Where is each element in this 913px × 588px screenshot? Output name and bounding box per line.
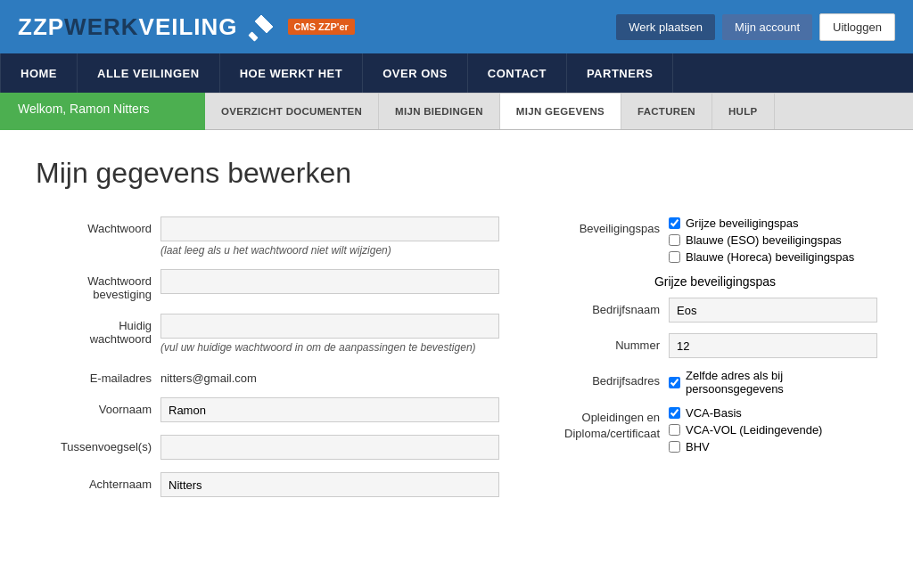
logo-gavel-icon: [245, 11, 277, 43]
grijze-checkbox-item: Grijze beveiligingspas: [669, 216, 877, 230]
vca-vol-checkbox[interactable]: [669, 424, 680, 436]
blauwe-horeca-label: Blauwe (Horeca) beveiligingspas: [686, 250, 854, 264]
tussenvoegsel-row: Tussenvoegsel(s): [36, 435, 499, 460]
huidig-wachtwoord-hint: (vul uw huidige wachtwoord in om de aanp…: [160, 341, 499, 354]
wachtwoord-input-area: (laat leeg als u het wachtwoord niet wil…: [160, 216, 499, 257]
opleidingen-checkbox-group: VCA-Basis VCA-VOL (Leidingevende) BHV: [669, 406, 877, 453]
grijze-label: Grijze beveiligingspas: [686, 216, 798, 230]
welcome-bar: Welkom, Ramon Nitters: [0, 93, 205, 130]
bhv-label: BHV: [686, 440, 710, 453]
page-content: Mijn gegevens bewerken Wachtwoord (laat …: [0, 130, 913, 536]
sub-nav-gegevens[interactable]: MIJN GEGEVENS: [500, 94, 621, 129]
sub-nav: OVERZICHT DOCUMENTEN MIJN BIEDINGEN MIJN…: [205, 93, 913, 130]
bedrijfsnaam-input-area: [669, 298, 877, 323]
wachtwoord-label: Wachtwoord: [36, 216, 152, 235]
nummer-input-area: [669, 333, 877, 358]
email-row: E-mailadres nitters@gmail.com: [36, 366, 499, 385]
form-left: Wachtwoord (laat leeg als u het wachtwoo…: [36, 216, 499, 510]
beveiligingspas-checkboxes: Grijze beveiligingspas Blauwe (ESO) beve…: [669, 216, 877, 264]
blauwe-eso-checkbox[interactable]: [669, 234, 680, 246]
blauwe-horeca-checkbox-item: Blauwe (Horeca) beveiligingspas: [669, 250, 877, 264]
wachtwoord-bevestiging-input[interactable]: [160, 269, 499, 294]
nav-over-ons[interactable]: OVER ONS: [363, 53, 468, 93]
achternaam-input-area: [160, 472, 499, 497]
tussenvoegsel-input-area: [160, 435, 499, 460]
achternaam-row: Achternaam: [36, 472, 499, 497]
nav-home[interactable]: HOME: [0, 53, 78, 93]
wachtwoord-bevestiging-input-area: [160, 269, 499, 294]
nav-alle-veilingen[interactable]: ALLE VEILINGEN: [78, 53, 220, 93]
welcome-subnav-section: Welkom, Ramon Nitters OVERZICHT DOCUMENT…: [0, 93, 913, 130]
voornaam-label: Voornaam: [36, 397, 152, 416]
opleidingen-label: Opleidingen en Diploma/certificaat: [553, 406, 660, 442]
huidig-wachtwoord-input-area: (vul uw huidige wachtwoord in om de aanp…: [160, 314, 499, 354]
svg-rect-1: [248, 31, 258, 41]
opleidingen-row: Opleidingen en Diploma/certificaat VCA-B…: [553, 406, 877, 453]
tussenvoegsel-input[interactable]: [160, 435, 499, 460]
uitloggen-button[interactable]: Uitloggen: [819, 13, 895, 41]
mijn-account-button[interactable]: Mijn account: [722, 14, 812, 40]
sub-nav-facturen[interactable]: FACTUREN: [621, 94, 712, 129]
email-label: E-mailadres: [36, 366, 152, 385]
huidig-wachtwoord-row: Huidig wachtwoord (vul uw huidige wachtw…: [36, 314, 499, 354]
nav-hoe-werkt-het[interactable]: HOE WERKT HET: [220, 53, 364, 93]
nummer-row: Nummer: [553, 333, 877, 358]
nav-partners[interactable]: PARTNERS: [567, 53, 674, 93]
grijze-section-title: Grijze beveiligingspas: [553, 274, 877, 289]
vca-basis-checkbox-item: VCA-Basis: [669, 406, 877, 420]
logo-text: ZZPWERKVEILING: [18, 13, 238, 41]
form-layout: Wachtwoord (laat leeg als u het wachtwoo…: [36, 216, 877, 510]
voornaam-input-area: [160, 397, 499, 422]
logo-zzp: ZZP: [18, 13, 64, 40]
vca-vol-label: VCA-VOL (Leidingevende): [686, 423, 822, 437]
form-right: Beveiligingspas Grijze beveiligingspas B…: [553, 216, 877, 510]
page-title: Mijn gegevens bewerken: [36, 157, 877, 190]
bedrijfsadres-checkbox[interactable]: [669, 377, 680, 388]
logo-area: ZZPWERKVEILING CMS ZZP'er: [18, 11, 355, 43]
achternaam-label: Achternaam: [36, 472, 152, 491]
wachtwoord-bevestiging-row: Wachtwoord bevestiging: [36, 269, 499, 301]
bhv-checkbox[interactable]: [669, 441, 680, 453]
bedrijfsadres-checkbox-label: Zelfde adres als bij persoonsgegevens: [686, 369, 877, 396]
email-value: nitters@gmail.com: [160, 366, 257, 385]
nummer-input[interactable]: [669, 333, 877, 358]
sub-nav-hulp[interactable]: HULP: [712, 94, 775, 129]
header: ZZPWERKVEILING CMS ZZP'er Werk plaatsen …: [0, 0, 913, 53]
wachtwoord-hint: (laat leeg als u het wachtwoord niet wil…: [160, 244, 499, 257]
blauwe-horeca-checkbox[interactable]: [669, 251, 680, 263]
wachtwoord-input[interactable]: [160, 216, 499, 241]
logo-veiling: VEILING: [139, 13, 238, 40]
sub-nav-biedingen[interactable]: MIJN BIEDINGEN: [379, 94, 500, 129]
achternaam-input[interactable]: [160, 472, 499, 497]
sub-nav-overzicht[interactable]: OVERZICHT DOCUMENTEN: [205, 94, 379, 129]
bedrijfsnaam-label: Bedrijfsnaam: [553, 298, 660, 316]
cms-badge: CMS ZZP'er: [288, 19, 355, 35]
voornaam-row: Voornaam: [36, 397, 499, 422]
huidig-wachtwoord-input[interactable]: [160, 314, 499, 339]
header-buttons: Werk plaatsen Mijn account Uitloggen: [616, 13, 895, 41]
bedrijfsadres-checkbox-area: Zelfde adres als bij persoonsgegevens: [669, 369, 877, 396]
bedrijfsnaam-input[interactable]: [669, 298, 877, 323]
svg-marker-0: [254, 14, 274, 34]
blauwe-eso-label: Blauwe (ESO) beveiligingspas: [686, 233, 842, 247]
wachtwoord-row: Wachtwoord (laat leeg als u het wachtwoo…: [36, 216, 499, 257]
blauwe-eso-checkbox-item: Blauwe (ESO) beveiligingspas: [669, 233, 877, 247]
wachtwoord-bevestiging-label: Wachtwoord bevestiging: [36, 269, 152, 301]
grijze-checkbox[interactable]: [669, 217, 680, 229]
opleidingen-checkboxes: VCA-Basis VCA-VOL (Leidingevende) BHV: [669, 406, 877, 453]
bedrijfsadres-row: Bedrijfsadres Zelfde adres als bij perso…: [553, 369, 877, 396]
beveiligingspas-checkbox-group: Grijze beveiligingspas Blauwe (ESO) beve…: [669, 216, 877, 264]
vca-vol-checkbox-item: VCA-VOL (Leidingevende): [669, 423, 877, 437]
vca-basis-label: VCA-Basis: [686, 406, 742, 420]
werk-plaatsen-button[interactable]: Werk plaatsen: [616, 14, 715, 40]
bedrijfsadres-checkbox-item: Zelfde adres als bij persoonsgegevens: [669, 369, 877, 396]
beveiligingspas-label: Beveiligingspas: [553, 216, 660, 235]
main-nav: HOME ALLE VEILINGEN HOE WERKT HET OVER O…: [0, 53, 913, 93]
vca-basis-checkbox[interactable]: [669, 407, 680, 419]
bedrijfsnaam-row: Bedrijfsnaam: [553, 298, 877, 323]
bedrijfsadres-label: Bedrijfsadres: [553, 369, 660, 388]
voornaam-input[interactable]: [160, 397, 499, 422]
nav-contact[interactable]: CONTACT: [468, 53, 567, 93]
bhv-checkbox-item: BHV: [669, 440, 877, 453]
beveiligingspas-row: Beveiligingspas Grijze beveiligingspas B…: [553, 216, 877, 264]
